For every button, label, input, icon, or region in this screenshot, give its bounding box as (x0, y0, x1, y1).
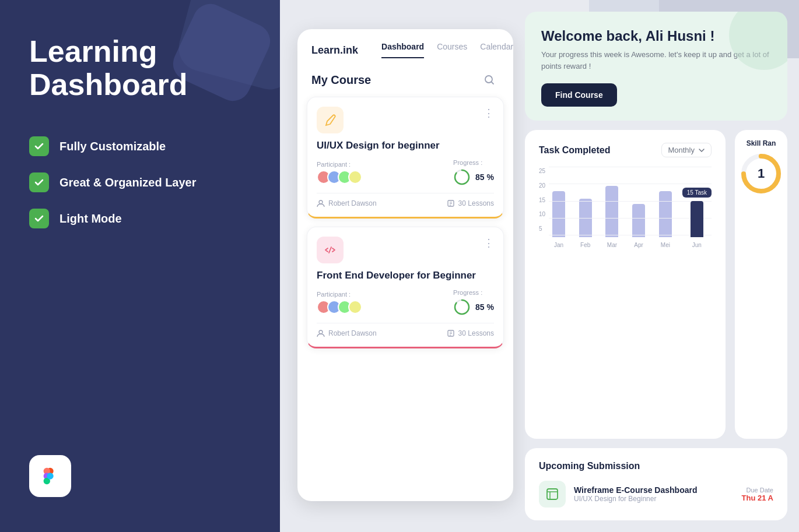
bar-month-label: Jun (692, 242, 702, 248)
book-icon-2 (447, 329, 455, 337)
due-date: Thu 21 A (742, 494, 773, 502)
bar-fill (552, 191, 565, 237)
figma-logo (29, 455, 71, 497)
svg-point-13 (319, 330, 323, 334)
my-course-title: My Course (311, 73, 371, 87)
svg-point-9 (319, 200, 323, 204)
bar-month-label: Jan (554, 242, 563, 248)
due-date-section: Due Date Thu 21 A (742, 487, 773, 502)
bar-fill (659, 191, 672, 237)
lessons-info-2: 30 Lessons (447, 329, 494, 337)
dashboard-card: Learn.ink Dashboard Courses Calendar Set… (297, 29, 513, 501)
progress-label: Progress : (453, 159, 494, 166)
bar-feb: Feb (576, 199, 595, 248)
progress-ring-2 (453, 298, 471, 316)
more-options-uiux[interactable]: ⋮ (483, 107, 494, 119)
tab-calendar[interactable]: Calendar (480, 42, 513, 58)
chart-title: Task Completed (539, 145, 610, 156)
submission-sub: UI/UX Design for Beginner (574, 495, 734, 503)
progress-display-2: 85 % (453, 298, 494, 316)
feature-item: Fully Customizable (29, 136, 251, 156)
y-label: 10 (539, 211, 545, 217)
welcome-subtitle: Your progress this week is Awesome. let'… (541, 49, 771, 72)
participant-section: Participant : (317, 161, 362, 184)
welcome-card: Welcome back, Ali Husni ! Your progress … (525, 12, 787, 121)
rank-circle-container: 1 (741, 153, 782, 194)
book-icon (447, 199, 455, 207)
svg-rect-17 (547, 489, 558, 499)
wireframe-icon (545, 487, 560, 502)
progress-value: 85 % (475, 172, 494, 182)
progress-label-2: Progress : (453, 289, 494, 296)
user-icon-2 (317, 329, 325, 337)
bar-month-label: Mar (607, 242, 617, 248)
participant-label-2: Participant : (317, 291, 362, 298)
nav-logo: Learn.ink (311, 44, 358, 57)
features-list: Fully Customizable Great & Organized Lay… (29, 136, 251, 228)
chart-filter-label: Monthly (668, 146, 695, 154)
bar-jun: 15 Task Jun (682, 188, 712, 248)
course-card-header: ⋮ (317, 107, 494, 133)
bar-fill (605, 186, 618, 237)
y-axis: 25 20 15 10 5 (539, 168, 549, 232)
user-icon (317, 199, 325, 207)
upcoming-section: Upcoming Submission Wireframe E-Course D… (525, 448, 787, 520)
course-card-uiux[interactable]: ⋮ UI/UX Design for beginner Participant … (307, 97, 504, 219)
course-card-frontend[interactable]: ⋮ Front End Developer for Beginner Parti… (307, 227, 504, 348)
avatars-uiux (317, 170, 362, 184)
chart-row: Task Completed Monthly 25 20 15 (525, 130, 787, 439)
chart-filter-dropdown[interactable]: Monthly (661, 143, 712, 157)
tooltip-badge: 15 Task (682, 188, 712, 198)
progress-ring (453, 168, 471, 186)
skill-rank-card: Skill Ran 1 (735, 130, 787, 439)
bar-fill (579, 199, 592, 237)
course-meta-uiux: Participant : Progress : (317, 159, 494, 186)
instructor-name: Robert Dawson (328, 199, 377, 207)
bar-chart-container: 25 20 15 10 5 (539, 167, 712, 248)
grid-line (549, 184, 712, 184)
search-button[interactable] (479, 70, 499, 90)
course-footer-2: Robert Dawson 30 Lessons (317, 323, 494, 337)
y-label: 15 (539, 197, 545, 203)
instructor-info-2: Robert Dawson (317, 329, 377, 337)
course-icon-pen (317, 107, 344, 133)
tab-courses[interactable]: Courses (437, 42, 467, 58)
avatar (348, 300, 362, 314)
svg-point-5 (47, 473, 53, 479)
y-label: 20 (539, 182, 545, 189)
avatars-frontend (317, 300, 362, 314)
skill-rank-title: Skill Ran (747, 139, 776, 147)
y-label: 5 (539, 226, 545, 232)
feature-customizable: Fully Customizable (59, 140, 166, 153)
progress-value-2: 85 % (475, 302, 494, 312)
due-label: Due Date (742, 487, 773, 494)
bar-apr: Apr (629, 204, 649, 248)
grid-line (549, 167, 712, 167)
right-panel: Learn.ink Dashboard Courses Calendar Set… (280, 0, 799, 532)
bar-month-label: Apr (634, 242, 643, 248)
left-panel: Learning Dashboard Fully Customizable Gr… (0, 0, 280, 532)
more-options-frontend[interactable]: ⋮ (483, 237, 494, 249)
find-course-button[interactable]: Find Course (541, 83, 617, 107)
rank-number: 1 (741, 153, 782, 194)
upcoming-title: Upcoming Submission (539, 461, 773, 471)
tab-dashboard[interactable]: Dashboard (381, 42, 424, 58)
feature-item: Great & Organized Layer (29, 172, 251, 192)
bar-month-label: Mei (661, 242, 670, 248)
bar-mar: Mar (602, 186, 622, 248)
course-icon-code (317, 237, 344, 263)
avatar (348, 170, 362, 184)
feature-lightmode: Light Mode (59, 212, 122, 226)
progress-section: Progress : 85 % (453, 159, 494, 186)
submission-item[interactable]: Wireframe E-Course Dashboard UI/UX Desig… (539, 481, 773, 508)
course-card-header-2: ⋮ (317, 237, 494, 263)
lessons-count-2: 30 Lessons (458, 329, 494, 337)
chevron-down-icon (698, 147, 705, 154)
bar-fill (632, 204, 645, 237)
feature-organized: Great & Organized Layer (59, 176, 197, 189)
svg-point-6 (485, 76, 492, 83)
submission-info: Wireframe E-Course Dashboard UI/UX Desig… (574, 485, 734, 503)
course-title-uiux: UI/UX Design for beginner (317, 139, 494, 152)
submission-icon (539, 481, 566, 508)
instructor-info: Robert Dawson (317, 199, 377, 207)
